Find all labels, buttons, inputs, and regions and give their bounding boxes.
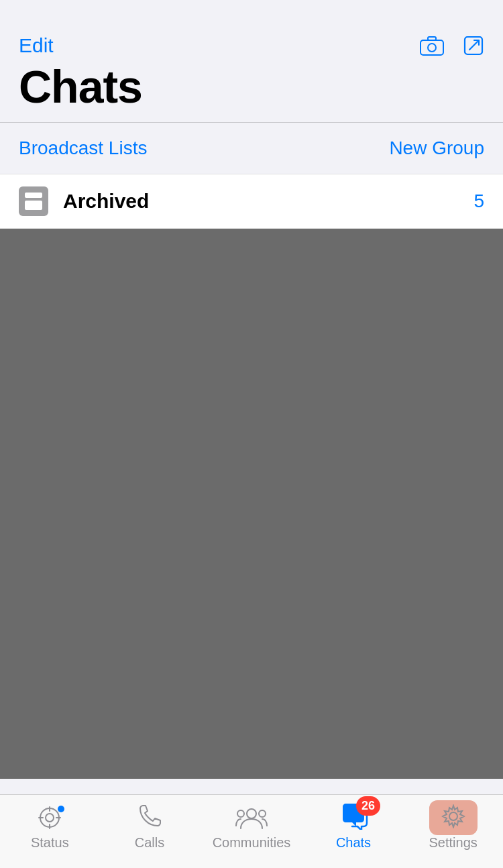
page-title: Chats (19, 60, 484, 113)
settings-tab-icon (437, 804, 469, 831)
tab-calls[interactable]: Calls (113, 804, 186, 851)
new-group-link[interactable]: New Group (389, 138, 484, 159)
broadcast-lists-link[interactable]: Broadcast Lists (19, 138, 147, 159)
calls-tab-icon (133, 804, 166, 831)
header: Edit Chats Broadcast Lists New (0, 0, 503, 174)
archived-label: Archived (63, 190, 473, 213)
svg-point-14 (449, 812, 457, 820)
edit-button[interactable]: Edit (19, 34, 54, 57)
tab-settings[interactable]: Settings (416, 804, 490, 851)
calls-tab-label: Calls (135, 835, 164, 851)
archived-count: 5 (473, 191, 484, 212)
communities-tab-label: Communities (213, 835, 291, 851)
archived-row[interactable]: Archived 5 (0, 174, 503, 229)
svg-point-6 (46, 814, 54, 822)
svg-rect-0 (421, 40, 443, 55)
chat-list-area (0, 229, 503, 779)
camera-icon[interactable] (420, 35, 444, 56)
top-icons (420, 35, 484, 56)
chats-tab-label: Chats (336, 835, 371, 851)
settings-tab-label: Settings (429, 835, 478, 851)
status-tab-icon (34, 804, 66, 831)
archive-icon (19, 186, 48, 216)
compose-icon[interactable] (463, 35, 484, 56)
page-title-area: Chats (0, 60, 503, 122)
svg-point-13 (259, 810, 266, 817)
svg-point-11 (247, 809, 256, 818)
svg-point-1 (428, 44, 436, 52)
top-bar: Edit (0, 0, 503, 60)
tab-chats[interactable]: 26 Chats (317, 804, 390, 851)
chats-badge: 26 (356, 796, 380, 816)
action-bar: Broadcast Lists New Group (0, 123, 503, 174)
communities-tab-icon (235, 804, 268, 831)
svg-rect-2 (428, 37, 436, 40)
status-tab-label: Status (31, 835, 69, 851)
tab-communities[interactable]: Communities (213, 804, 291, 851)
tab-bar: Status Calls Communities (0, 794, 503, 868)
chats-tab-icon: 26 (337, 804, 370, 831)
svg-line-4 (469, 42, 478, 50)
svg-point-12 (237, 810, 244, 817)
tab-status[interactable]: Status (13, 804, 87, 851)
status-dot (58, 806, 64, 812)
